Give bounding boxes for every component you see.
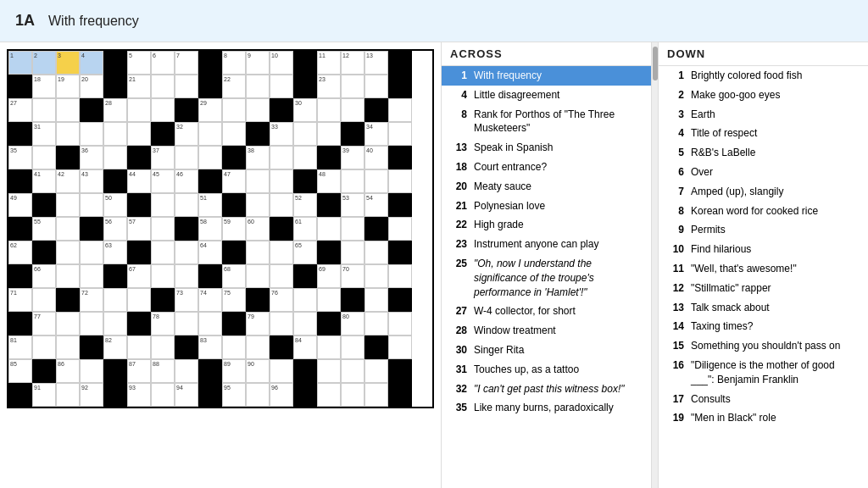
grid-cell[interactable]	[293, 146, 317, 169]
grid-cell[interactable]	[293, 312, 317, 336]
across-clue-item[interactable]: 30Singer Rita	[442, 341, 651, 360]
grid-cell[interactable]	[151, 336, 175, 359]
down-clue-item[interactable]: 12"Stillmatic" rapper	[659, 279, 868, 298]
grid-cell[interactable]	[317, 122, 341, 146]
grid-cell[interactable]	[341, 383, 364, 407]
grid-cell[interactable]: 7	[175, 51, 198, 75]
grid-cell[interactable]: 93	[127, 383, 151, 407]
grid-cell[interactable]	[198, 146, 222, 169]
grid-cell[interactable]: 6	[151, 51, 175, 75]
grid-cell[interactable]	[388, 217, 412, 241]
grid-cell[interactable]: 89	[222, 359, 246, 383]
grid-cell[interactable]	[364, 312, 388, 336]
grid-cell[interactable]	[127, 336, 151, 359]
grid-cell[interactable]	[341, 241, 364, 264]
down-clue-item[interactable]: 14Taxing times?	[659, 317, 868, 336]
grid-cell[interactable]	[364, 241, 388, 264]
grid-cell[interactable]	[222, 122, 246, 146]
across-clue-item[interactable]: 27W-4 collector, for short	[442, 302, 651, 321]
down-clue-item[interactable]: 5R&B's LaBelle	[659, 143, 868, 163]
grid-cell[interactable]: 22	[222, 75, 246, 98]
grid-cell[interactable]	[388, 312, 412, 336]
grid-cell[interactable]	[32, 146, 56, 169]
grid-cell[interactable]: 23	[317, 75, 341, 98]
down-clue-item[interactable]: 9Permits	[659, 220, 868, 240]
grid-cell[interactable]: 11	[317, 51, 341, 75]
grid-cell[interactable]	[80, 122, 103, 146]
down-clue-item[interactable]: 19"Men in Black" role	[659, 408, 868, 428]
grid-cell[interactable]: 18	[32, 75, 56, 98]
grid-cell[interactable]: 1	[8, 51, 32, 75]
grid-cell[interactable]	[103, 312, 127, 336]
grid-cell[interactable]: 81	[8, 336, 32, 359]
grid-cell[interactable]: 29	[198, 98, 222, 122]
grid-cell[interactable]	[270, 264, 293, 288]
grid-cell[interactable]	[317, 217, 341, 241]
grid-cell[interactable]	[127, 288, 151, 312]
grid-cell[interactable]: 50	[103, 193, 127, 217]
grid-cell[interactable]: 66	[32, 264, 56, 288]
across-clue-item[interactable]: 1With frequency	[442, 66, 651, 86]
grid-cell[interactable]: 77	[32, 312, 56, 336]
grid-cell[interactable]	[293, 288, 317, 312]
grid-cell[interactable]: 57	[127, 217, 151, 241]
grid-cell[interactable]	[246, 75, 270, 98]
grid-cell[interactable]	[103, 146, 127, 169]
grid-cell[interactable]: 13	[364, 51, 388, 75]
grid-cell[interactable]	[175, 241, 198, 264]
grid-cell[interactable]	[222, 336, 246, 359]
grid-cell[interactable]	[127, 122, 151, 146]
grid-cell[interactable]	[341, 217, 364, 241]
grid-cell[interactable]	[56, 217, 80, 241]
grid-cell[interactable]: 74	[198, 288, 222, 312]
across-clue-item[interactable]: 22High grade	[442, 215, 651, 235]
grid-cell[interactable]: 10	[270, 51, 293, 75]
grid-cell[interactable]: 39	[341, 146, 364, 169]
grid-cell[interactable]	[388, 264, 412, 288]
grid-cell[interactable]: 28	[103, 98, 127, 122]
grid-cell[interactable]: 40	[364, 146, 388, 169]
grid-cell[interactable]: 52	[293, 193, 317, 217]
down-clue-item[interactable]: 3Earth	[659, 105, 868, 125]
grid-cell[interactable]: 43	[80, 169, 103, 193]
grid-cell[interactable]: 20	[80, 75, 103, 98]
grid-cell[interactable]	[270, 241, 293, 264]
grid-cell[interactable]	[198, 312, 222, 336]
grid-cell[interactable]	[270, 146, 293, 169]
down-clue-item[interactable]: 6Over	[659, 163, 868, 182]
grid-cell[interactable]: 47	[222, 169, 246, 193]
grid-cell[interactable]	[32, 336, 56, 359]
grid-cell[interactable]: 32	[175, 122, 198, 146]
grid-cell[interactable]: 67	[127, 264, 151, 288]
grid-cell[interactable]	[364, 288, 388, 312]
down-clue-item[interactable]: 16"Diligence is the mother of good ___":…	[659, 356, 868, 390]
grid-cell[interactable]: 82	[103, 336, 127, 359]
grid-cell[interactable]	[317, 288, 341, 312]
grid-cell[interactable]	[222, 98, 246, 122]
grid-cell[interactable]: 56	[103, 217, 127, 241]
grid-cell[interactable]	[175, 312, 198, 336]
grid-cell[interactable]	[341, 169, 364, 193]
grid-cell[interactable]: 61	[293, 217, 317, 241]
down-clue-item[interactable]: 17Consults	[659, 390, 868, 409]
grid-cell[interactable]	[151, 383, 175, 407]
grid-cell[interactable]	[341, 359, 364, 383]
grid-cell[interactable]	[364, 359, 388, 383]
grid-cell[interactable]	[270, 312, 293, 336]
grid-cell[interactable]	[175, 264, 198, 288]
grid-cell[interactable]: 12	[341, 51, 364, 75]
down-clue-item[interactable]: 11"Well, that's awesome!"	[659, 259, 868, 279]
grid-cell[interactable]	[341, 75, 364, 98]
across-clue-item[interactable]: 28Window treatment	[442, 321, 651, 341]
grid-cell[interactable]	[317, 383, 341, 407]
grid-cell[interactable]: 8	[222, 51, 246, 75]
grid-cell[interactable]: 35	[8, 146, 32, 169]
across-clue-item[interactable]: 13Speak in Spanish	[442, 138, 651, 158]
grid-cell[interactable]: 54	[364, 193, 388, 217]
grid-cell[interactable]	[56, 241, 80, 264]
across-clue-item[interactable]: 35Like many burns, paradoxically	[442, 398, 651, 418]
grid-cell[interactable]	[388, 122, 412, 146]
grid-cell[interactable]: 80	[341, 312, 364, 336]
down-clue-item[interactable]: 4Title of respect	[659, 124, 868, 143]
across-clue-item[interactable]: 21Polynesian love	[442, 197, 651, 216]
